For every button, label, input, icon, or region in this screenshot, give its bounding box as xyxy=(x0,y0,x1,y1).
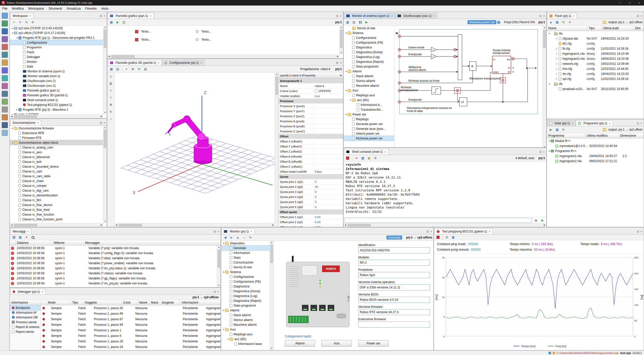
expander-icon[interactable]: ▾ xyxy=(11,127,14,130)
debugger-sidebar-item[interactable]: Breakpoint xyxy=(10,305,41,310)
tab-programmi[interactable]: Programmi (prj-1) × xyxy=(576,120,613,126)
tree-item[interactable]: ▾ ax1 (M1) xyxy=(344,98,394,102)
build-button[interactable] xyxy=(548,127,554,132)
expander-icon[interactable]: ▾ xyxy=(222,309,225,312)
shell-command-input[interactable] xyxy=(345,218,532,223)
property-row[interactable]: Offset quote xyxy=(279,210,343,215)
property-row[interactable]: Offset B (offsetB) xyxy=(279,159,343,164)
tree-item[interactable]: Generale asse (pow... xyxy=(344,126,394,131)
property-value[interactable]: #FFFFFF xyxy=(319,90,331,93)
column-header[interactable]: Dim xyxy=(634,26,644,31)
tab-note[interactable]: Note (prj-1) × xyxy=(547,120,576,126)
refresh-button[interactable] xyxy=(561,19,566,25)
tree-item[interactable]: Diagnostica (Report) xyxy=(221,298,273,303)
tool-strip-icon[interactable] xyxy=(2,52,8,58)
tab-workspace[interactable]: Workspace × xyxy=(10,13,33,19)
scrollbar-vertical[interactable]: ▲▼ xyxy=(270,241,273,350)
stop-button[interactable] xyxy=(435,234,441,240)
column-header[interactable]: Modo xyxy=(46,300,71,305)
stop-button[interactable] xyxy=(345,155,350,161)
shell-console[interactable]: >sysinfo Informazioni di sistema RP-2 da… xyxy=(344,162,546,217)
property-value[interactable]: 0 xyxy=(315,195,316,198)
property-row[interactable]: Quota joint 2 (qj2) 45 xyxy=(279,184,343,189)
tree-item[interactable]: ▾ Allarmi xyxy=(221,308,273,313)
menu-item[interactable]: Finestre xyxy=(83,6,99,11)
scrollbar-horizontal[interactable]: ◀▶ xyxy=(344,223,546,227)
tab-close-icon[interactable]: × xyxy=(433,14,435,17)
send-icon[interactable] xyxy=(540,218,545,223)
panel-float-icon[interactable]: ⊡ xyxy=(539,150,542,154)
tab-close-icon[interactable]: × xyxy=(201,61,202,64)
breakpoint-row[interactable]: Sempre Fetch Processo 1, passo 87 Nessun… xyxy=(41,316,221,322)
graphic-item[interactable]: Testo... xyxy=(196,38,211,41)
add-device-button[interactable] xyxy=(11,19,17,25)
expander-icon[interactable]: ▾ xyxy=(222,328,225,331)
home-button[interactable] xyxy=(241,235,247,240)
panel-float-icon[interactable]: ⊡ xyxy=(637,230,639,233)
property-value[interactable]: true xyxy=(315,95,320,98)
form-input[interactable]: AS1018.002-A062754 xyxy=(358,247,430,253)
tab-close-icon[interactable]: × xyxy=(42,290,43,293)
property-row[interactable]: Posizione xyxy=(279,99,343,104)
tree-item[interactable]: ▾ Assi xyxy=(221,327,273,332)
panel-close-icon[interactable]: × xyxy=(543,14,545,18)
tree-item[interactable]: Configurazione xyxy=(10,40,107,45)
download-button[interactable] xyxy=(554,127,560,132)
expander-icon[interactable]: ▾ xyxy=(345,70,348,73)
run-button[interactable] xyxy=(364,19,369,25)
tree-item[interactable]: Configurazione (FB) xyxy=(221,279,273,284)
breakpoint-row[interactable]: Sempre Fetch Processo 1, passo 30 Nessun… xyxy=(41,305,221,311)
property-value[interactable]: 0.00 xyxy=(315,221,320,224)
property-row[interactable]: Quota joint 5 (qj5) 0 xyxy=(279,199,343,204)
tree-item[interactable]: Generale xyxy=(221,246,273,250)
viewport-3d[interactable]: Z X Y ▲▼ xyxy=(115,73,278,227)
property-row[interactable]: Posizione Z (posZ) xyxy=(279,114,343,119)
delete-button[interactable] xyxy=(567,19,573,25)
column-header[interactable]: Nome xyxy=(547,26,587,31)
tree-item[interactable]: Classe rc_bounded_device xyxy=(10,164,107,169)
tab-pan3d[interactable]: Pannello grafico 3D (pan3d-1) × xyxy=(108,60,162,66)
message-row[interactable]: 10/03/2022 10:36:58 sysm-1 Variabile (?.… xyxy=(10,276,221,281)
flash-row[interactable]: ✓ myprogram1.r4a binary 19/04/2021 14:10… xyxy=(547,51,644,56)
tree-item[interactable]: ▾ ax1 (M1) xyxy=(221,337,273,341)
tree-item[interactable]: Classe rc_elementlocation xyxy=(10,193,107,198)
tree-item[interactable]: Test ping/pong BCC/31 (pptest-1) xyxy=(10,102,107,107)
tree-item[interactable]: Classe rc_digi_cam xyxy=(10,188,107,193)
scrollbar-horizontal[interactable]: ◀▶ xyxy=(107,54,340,58)
column-header[interactable]: Mask xyxy=(149,300,160,305)
scrollbar-horizontal[interactable]: ◀▶ xyxy=(10,114,103,118)
panel-close-icon[interactable]: × xyxy=(218,230,219,233)
scrollbar-vertical[interactable]: ▲▼ xyxy=(543,26,546,147)
tree-item[interactable]: Classe rc_flow_function xyxy=(10,212,107,217)
tree-item[interactable]: Pannello grafico 3D (pan3d-1) xyxy=(10,93,107,98)
property-row[interactable]: Nome robot-4 xyxy=(279,83,343,88)
graphic-item[interactable]: Testo... xyxy=(196,30,211,33)
tree-item[interactable]: Comunicazioni xyxy=(221,260,273,265)
properties-button[interactable] xyxy=(30,19,36,25)
debugger-sidebar-item[interactable]: Informazioni OB xyxy=(10,315,41,320)
help-icon[interactable]: ? xyxy=(497,21,500,24)
panel-close-icon[interactable]: × xyxy=(543,150,545,154)
tree-item[interactable]: Classe rc_flow_device xyxy=(10,202,107,207)
tree-item[interactable]: Stato programmi xyxy=(221,303,273,308)
property-row[interactable]: Colore (color) #FFFFFF xyxy=(279,88,343,94)
chevron-down-icon[interactable]: ▾ xyxy=(340,74,342,77)
tree-item[interactable]: ▸ Progetto RTE (prj-3) - Macchina 2 xyxy=(10,107,107,112)
settings-button[interactable] xyxy=(373,155,378,161)
scrollbar-vertical[interactable]: ▲▼ xyxy=(103,126,107,223)
forward-button[interactable] xyxy=(229,235,234,240)
expander-icon[interactable]: ▸ xyxy=(15,108,18,111)
tab-configurazione[interactable]: Configurazione (prj-1) × xyxy=(162,60,205,66)
tool-strip-icon[interactable] xyxy=(2,13,8,19)
refresh-button[interactable] xyxy=(24,19,29,25)
tree-item[interactable]: Diagnostica (Dump) xyxy=(221,289,273,293)
flash-row[interactable]: ✓ cfgsave.dat file DAT 19/04/2021 14:23:… xyxy=(547,36,644,41)
quick-link-button[interactable]: Assi xyxy=(321,340,352,347)
expander-icon[interactable]: ▾ xyxy=(11,141,14,144)
tab-close-icon[interactable]: × xyxy=(37,121,39,124)
tab-shell[interactable]: Shell comandi (shell-1) × xyxy=(344,149,389,155)
breakpoint-row[interactable]: Sempre Fetch Processo 1, passo 28 Nessun… xyxy=(41,339,221,344)
tree-item[interactable]: Note xyxy=(10,64,107,69)
tree-item[interactable]: Classe rc_crimper xyxy=(10,183,107,188)
panel-close-icon[interactable]: × xyxy=(430,230,432,233)
